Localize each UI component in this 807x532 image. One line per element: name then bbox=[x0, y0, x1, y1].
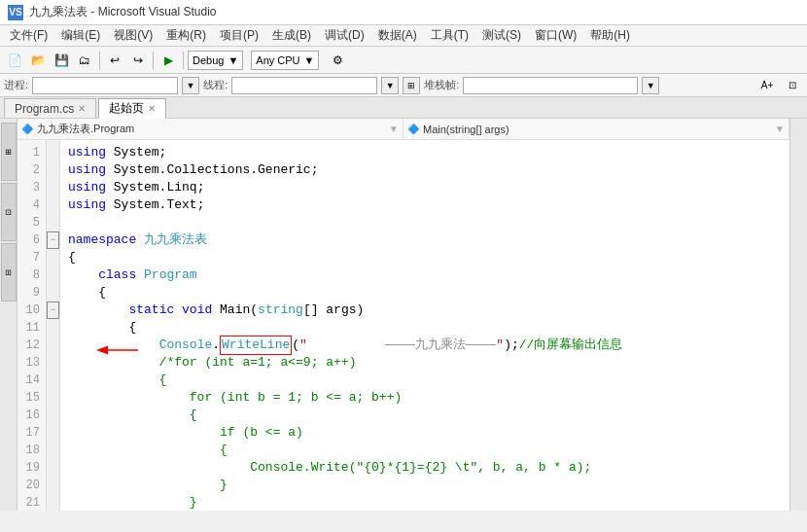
code-line-4: using System.Text; bbox=[68, 196, 789, 214]
right-panel bbox=[789, 119, 807, 511]
tab-program-cs[interactable]: Program.cs ✕ bbox=[4, 98, 96, 118]
gutter-19 bbox=[47, 459, 59, 477]
title-bar: VS 九九乘法表 - Microsoft Visual Studio bbox=[0, 0, 807, 25]
gutter-13 bbox=[47, 354, 59, 372]
menu-refactor[interactable]: 重构(R) bbox=[160, 25, 212, 46]
code-line-15: for (int b = 1; b <= a; b++) bbox=[68, 389, 789, 407]
menu-view[interactable]: 视图(V) bbox=[108, 25, 158, 46]
menu-project[interactable]: 项目(P) bbox=[214, 25, 264, 46]
code-line-10: static void Main(string[] args) bbox=[68, 301, 789, 319]
code-line-5 bbox=[68, 214, 789, 231]
stack-label: 堆栈帧: bbox=[424, 78, 459, 92]
tab-close-start[interactable]: ✕ bbox=[148, 103, 156, 114]
stack-dropdown-btn[interactable]: ▼ bbox=[642, 77, 659, 94]
menu-test[interactable]: 测试(S) bbox=[476, 25, 527, 46]
code-line-6: namespace 九九乘法表 bbox=[68, 231, 789, 249]
debug-mode-label: Debug bbox=[193, 54, 224, 66]
code-line-13: /*for (int a=1; a<=9; a++) bbox=[68, 354, 789, 372]
thread-label: 线程: bbox=[203, 78, 228, 92]
new-button[interactable]: 📄 bbox=[4, 50, 25, 71]
run-button[interactable]: ▶ bbox=[158, 50, 179, 71]
code-line-3: using System.Linq; bbox=[68, 179, 789, 196]
menu-data[interactable]: 数据(A) bbox=[372, 25, 423, 46]
panel-btn1[interactable]: A+ bbox=[756, 75, 778, 96]
gutter-9 bbox=[47, 284, 59, 301]
code-line-21: } bbox=[68, 494, 789, 511]
gutter-7 bbox=[47, 249, 59, 266]
gutter-6[interactable]: − bbox=[47, 231, 59, 249]
menu-window[interactable]: 窗口(W) bbox=[529, 25, 582, 46]
code-line-1: using System; bbox=[68, 144, 789, 161]
line-numbers: 12345 678910 1112131415 1617181920 21222… bbox=[18, 140, 47, 511]
gutter-5 bbox=[47, 214, 59, 231]
debug-mode-dropdown[interactable]: Debug ▼ bbox=[188, 51, 243, 70]
gutter-21 bbox=[47, 494, 59, 511]
code-line-19: Console.Write("{0}*{1}={2} \t", b, a, b … bbox=[68, 459, 789, 477]
code-content[interactable]: using System; using System.Collections.G… bbox=[60, 140, 789, 511]
code-line-2: using System.Collections.Generic; bbox=[68, 161, 789, 179]
code-line-16: { bbox=[68, 407, 789, 424]
stack-input[interactable] bbox=[463, 77, 638, 94]
tab-label-program: Program.cs bbox=[15, 102, 74, 116]
debug-mode-arrow: ▼ bbox=[228, 54, 238, 66]
tab-start-page[interactable]: 起始页 ✕ bbox=[98, 98, 166, 118]
save-all-button[interactable]: 🗂 bbox=[74, 50, 95, 71]
menu-bar: 文件(F) 编辑(E) 视图(V) 重构(R) 项目(P) 生成(B) 调试(D… bbox=[0, 25, 807, 47]
menu-build[interactable]: 生成(B) bbox=[266, 25, 317, 46]
menu-tools[interactable]: 工具(T) bbox=[425, 25, 474, 46]
editor-area: 🔷 九九乘法表.Program ▼ 🔷 Main(string[] args) … bbox=[18, 119, 789, 511]
debug-toolbar: 进程: ▼ 线程: ▼ ⊞ 堆栈帧: ▼ A+ ⊡ bbox=[0, 74, 807, 97]
sidebar-panel-btn1[interactable]: ⊞ bbox=[1, 123, 17, 181]
main-toolbar: 📄 📂 💾 🗂 ↩ ↪ ▶ Debug ▼ Any CPU ▼ ⚙ bbox=[0, 47, 807, 74]
sep2 bbox=[153, 52, 154, 69]
code-view: 12345 678910 1112131415 1617181920 21222… bbox=[18, 140, 789, 511]
gutter-14 bbox=[47, 372, 59, 389]
menu-file[interactable]: 文件(F) bbox=[4, 25, 53, 46]
method-dropdown[interactable]: 🔷 Main(string[] args) ▼ bbox=[404, 119, 789, 139]
app-icon: VS bbox=[8, 5, 23, 20]
window-title: 九九乘法表 - Microsoft Visual Studio bbox=[29, 4, 217, 20]
gutter-8 bbox=[47, 266, 59, 284]
gutter-11 bbox=[47, 319, 59, 337]
gutter-3 bbox=[47, 179, 59, 196]
gutter-1 bbox=[47, 144, 59, 161]
platform-arrow: ▼ bbox=[304, 54, 315, 66]
gutter-12 bbox=[47, 337, 59, 354]
thread-dropdown-btn[interactable]: ▼ bbox=[381, 77, 399, 94]
code-line-14: { bbox=[68, 372, 789, 389]
process-input[interactable] bbox=[32, 77, 178, 94]
code-gutter: − − bbox=[47, 140, 60, 511]
gutter-2 bbox=[47, 161, 59, 179]
namespace-dropdown[interactable]: 🔷 九九乘法表.Program ▼ bbox=[18, 119, 404, 139]
thread-input[interactable] bbox=[231, 77, 377, 94]
menu-debug[interactable]: 调试(D) bbox=[319, 25, 370, 46]
method-icon: 🔷 bbox=[407, 124, 419, 134]
save-button[interactable]: 💾 bbox=[51, 50, 72, 71]
platform-dropdown[interactable]: Any CPU ▼ bbox=[251, 51, 319, 70]
filter-btn[interactable]: ⊞ bbox=[403, 77, 420, 94]
sep3 bbox=[183, 52, 184, 69]
sidebar-panel-btn2[interactable]: ⊡ bbox=[1, 183, 17, 241]
namespace-icon: 🔷 bbox=[21, 124, 33, 134]
gutter-10[interactable]: − bbox=[47, 301, 59, 319]
gutter-15 bbox=[47, 389, 59, 407]
tab-close-program[interactable]: ✕ bbox=[78, 103, 86, 114]
code-line-20: } bbox=[68, 477, 789, 494]
namespace-chevron: ▼ bbox=[389, 124, 399, 134]
redo-button[interactable]: ↪ bbox=[127, 50, 149, 71]
code-line-12: Console.WriteLine(" ————九九乘法———— ");//向屏… bbox=[68, 337, 789, 354]
process-dropdown-btn[interactable]: ▼ bbox=[182, 77, 199, 94]
sidebar-panel-btn3[interactable]: ⊟ bbox=[1, 243, 17, 301]
nav-bar: 🔷 九九乘法表.Program ▼ 🔷 Main(string[] args) … bbox=[18, 119, 789, 140]
code-line-11: { bbox=[68, 319, 789, 337]
menu-help[interactable]: 帮助(H) bbox=[584, 25, 636, 46]
open-button[interactable]: 📂 bbox=[27, 50, 49, 71]
tab-bar: Program.cs ✕ 起始页 ✕ bbox=[0, 97, 807, 119]
method-chevron: ▼ bbox=[775, 124, 785, 134]
menu-edit[interactable]: 编辑(E) bbox=[55, 25, 106, 46]
panel-btn2[interactable]: ⊡ bbox=[782, 75, 803, 96]
method-label: Main(string[] args) bbox=[423, 124, 509, 135]
gutter-20 bbox=[47, 477, 59, 494]
undo-button[interactable]: ↩ bbox=[104, 50, 125, 71]
config-button[interactable]: ⚙ bbox=[327, 50, 348, 71]
